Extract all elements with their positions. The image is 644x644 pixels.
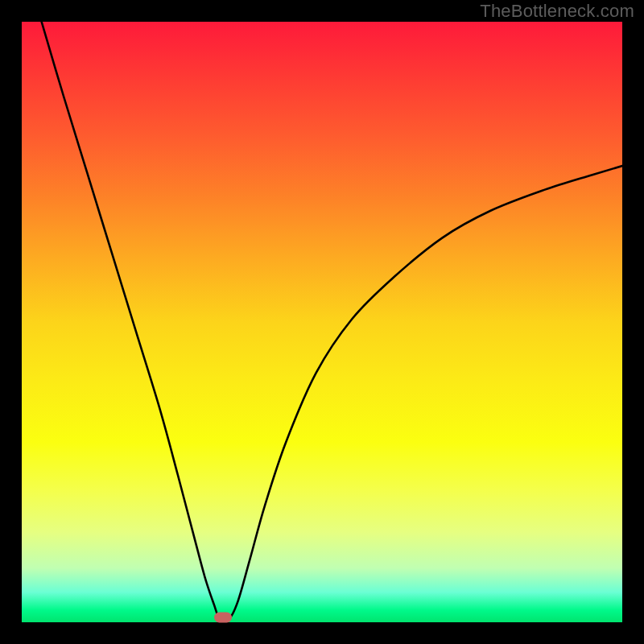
plot-area	[22, 22, 622, 622]
bottleneck-curve	[42, 22, 622, 621]
optimum-marker	[214, 613, 232, 623]
chart-frame: TheBottleneck.com	[0, 0, 644, 644]
curve-svg	[22, 22, 622, 622]
watermark-text: TheBottleneck.com	[480, 1, 634, 22]
